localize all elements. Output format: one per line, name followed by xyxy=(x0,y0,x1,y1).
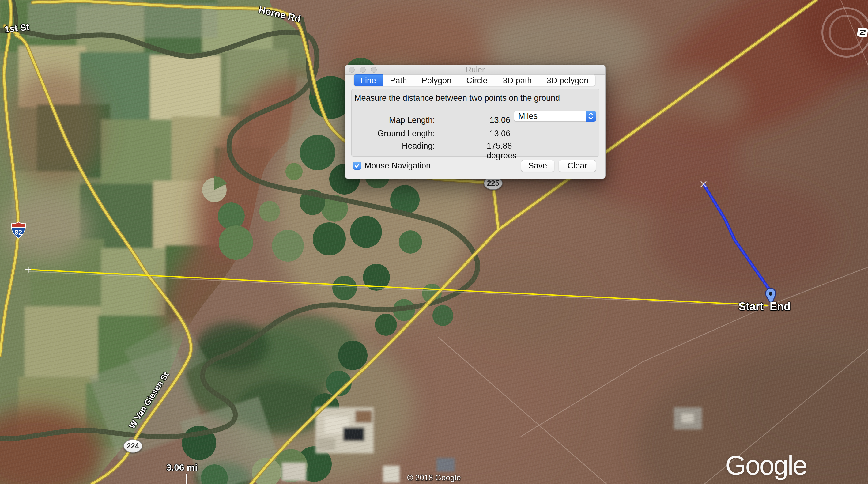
scale-tick xyxy=(186,474,187,484)
scale-label: 3.06 mi xyxy=(166,462,197,473)
shield-82-number: 82 xyxy=(15,229,22,236)
tab-polygon[interactable]: Polygon xyxy=(414,74,459,86)
compass-north-button[interactable]: N xyxy=(857,28,868,37)
map-length-value: 13.06 xyxy=(435,115,510,125)
shield-225-number: 225 xyxy=(487,179,499,187)
close-icon[interactable] xyxy=(349,67,355,72)
mouse-navigation-checkbox[interactable] xyxy=(353,162,361,170)
google-earth-logo: Google Earth xyxy=(725,450,868,484)
tab-path[interactable]: Path xyxy=(383,74,414,86)
checkmark-icon xyxy=(354,163,360,169)
zoom-icon[interactable] xyxy=(371,67,377,72)
mouse-navigation-label: Mouse Navigation xyxy=(365,161,431,171)
measure-end-label: End xyxy=(770,300,790,313)
copyright-attribution: © 2018 Google xyxy=(407,473,461,482)
measure-description: Measure the distance between two points … xyxy=(354,93,560,103)
compass-n-label: N xyxy=(858,29,868,36)
route-224-shield: 224 xyxy=(123,439,143,453)
tab-3d-polygon[interactable]: 3D polygon xyxy=(540,74,595,86)
ruler-dialog: Ruler Line Path Polygon Circle 3D path 3… xyxy=(345,65,606,179)
map-length-label: Map Length: xyxy=(345,115,435,125)
interstate-82-shield: 82 xyxy=(10,221,26,240)
ruler-titlebar[interactable]: Ruler xyxy=(345,65,605,75)
heading-value: 175.88 degrees xyxy=(487,141,517,160)
units-selected-value: Miles xyxy=(518,111,537,121)
tab-3d-path[interactable]: 3D path xyxy=(495,74,540,86)
minimize-icon[interactable] xyxy=(360,67,366,72)
ground-length-value: 13.06 xyxy=(435,129,510,139)
shield-224-number: 224 xyxy=(127,442,139,450)
google-earth-viewport[interactable]: N 1st St Horne Rd W Van Giesen St Start … xyxy=(0,0,868,484)
ruler-tabstrip: Line Path Polygon Circle 3D path 3D poly… xyxy=(354,74,595,86)
chevron-up-down-icon[interactable] xyxy=(586,111,596,122)
tab-line[interactable]: Line xyxy=(354,74,383,86)
heading-label: Heading: xyxy=(345,141,435,151)
tab-circle[interactable]: Circle xyxy=(459,74,495,86)
measure-start-label: Start xyxy=(739,300,764,313)
units-dropdown[interactable]: Miles xyxy=(514,111,596,122)
ground-length-label: Ground Length: xyxy=(345,129,435,139)
dialog-title: Ruler xyxy=(345,65,605,74)
clear-button[interactable]: Clear xyxy=(559,160,596,172)
save-button[interactable]: Save xyxy=(521,160,554,172)
